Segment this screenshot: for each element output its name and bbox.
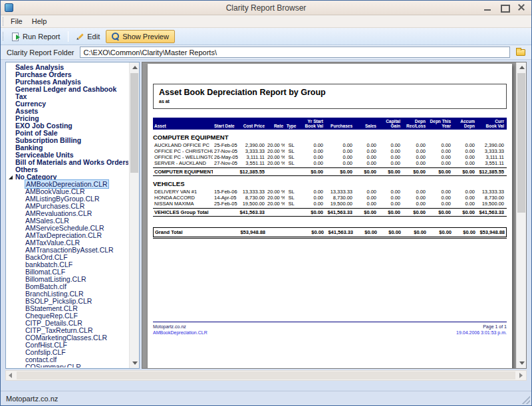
table-cell: 20.00 %	[266, 160, 285, 166]
table-cell: 8,730.00	[476, 195, 505, 201]
close-icon[interactable]	[513, 2, 529, 13]
group-total-row: VEHICLES Group Total$41,563.33$0.00$41,5…	[153, 208, 507, 217]
horizontal-scrollbar[interactable]	[5, 370, 527, 381]
table-cell: 8,730.00	[325, 195, 354, 201]
table-cell: 20.00 %	[266, 195, 285, 201]
table-cell: $0.00	[298, 209, 325, 215]
menu-file[interactable]: File	[6, 16, 27, 27]
table-cell: $0.00	[402, 169, 427, 175]
group-total-row: COMPUTER EQUIPMENT Group Total$12,385.55…	[153, 167, 507, 176]
table-cell: 3,333.33	[476, 148, 505, 154]
table-cell: COMPUTER EQUIPMENT Group Total	[153, 169, 213, 175]
run-report-button[interactable]: Run Report	[6, 30, 66, 43]
tree-scrollbar[interactable]	[129, 62, 139, 368]
table-cell: SL	[285, 142, 298, 148]
table-cell: 0.00	[298, 142, 325, 148]
run-report-icon	[12, 33, 20, 41]
table-cell	[266, 169, 285, 175]
edit-button[interactable]: Edit	[70, 30, 106, 43]
table-cell: $0.00	[452, 209, 476, 215]
report-table-header: AssetStart DateCost PriceRateTypeYr Star…	[153, 118, 507, 130]
show-preview-label: Show Preview	[122, 33, 169, 41]
column-header: Asset	[153, 124, 213, 128]
table-cell: NISSAN MAXIMA	[153, 201, 213, 207]
scroll-up-icon[interactable]	[517, 62, 527, 72]
table-cell: 14-Apr-05	[213, 195, 238, 201]
table-cell	[213, 169, 238, 175]
run-report-label: Run Report	[23, 33, 60, 41]
footer-company: Motopartz.co.nz	[153, 324, 207, 330]
scroll-down-icon[interactable]	[517, 358, 527, 368]
report-table-body: COMPUTER EQUIPMENTAUCKLAND OFFICE PC25-F…	[153, 134, 507, 237]
table-cell: 2,390.00	[476, 142, 505, 148]
asset-row: NISSAN MAXIMA25-Feb-0519,500.0020.00 %SL…	[153, 201, 507, 207]
scroll-left-icon[interactable]	[6, 371, 16, 380]
column-header: Start Date	[213, 124, 238, 128]
table-cell: $0.00	[427, 209, 452, 215]
table-cell: VEHICLES Group Total	[153, 209, 213, 215]
resize-grip-icon[interactable]	[522, 396, 530, 404]
asset-row: AUCKLAND OFFICE PC25-Feb-052,390.0020.00…	[153, 142, 507, 148]
table-cell: 0.00	[427, 142, 452, 148]
table-cell: 0.00	[452, 201, 476, 207]
table-cell: 0.00	[298, 201, 325, 207]
tree-scroll-thumb[interactable]	[130, 73, 138, 173]
report-footer-right: Page 1 of 1 19.04.2006 3:01:53 p.m.	[456, 324, 507, 336]
horizontal-scroll-thumb[interactable]	[17, 371, 515, 379]
footer-report-file: AMBookDepreciation.CLR	[153, 330, 207, 336]
table-cell	[285, 169, 298, 175]
table-cell: 3,111.11	[476, 154, 505, 160]
table-cell: 0.00	[452, 154, 476, 160]
table-cell: 3,551.11	[238, 160, 266, 166]
report-footer: Motopartz.co.nz AMBookDepreciation.CLR P…	[153, 322, 507, 336]
column-header: Cost Price	[238, 124, 266, 128]
show-preview-button[interactable]: Show Preview	[106, 30, 175, 43]
asset-row: DELIVERY VAN #115-Feb-0613,333.3320.00 %…	[153, 189, 507, 195]
table-cell	[267, 229, 285, 235]
table-cell: 0.00	[427, 160, 452, 166]
table-cell: 0.00	[402, 142, 427, 148]
menubar: File Help	[1, 15, 531, 28]
table-cell: 0.00	[298, 154, 325, 160]
column-header: Rate	[266, 124, 285, 128]
table-cell: $0.00	[354, 209, 378, 215]
scroll-up-icon[interactable]	[130, 62, 140, 72]
preview-scroll-thumb[interactable]	[517, 73, 525, 213]
table-cell: $41,563.33	[476, 209, 505, 215]
tree-file[interactable]: COSummary.CLR	[7, 363, 128, 367]
table-cell: SL	[285, 154, 298, 160]
titlebar[interactable]: Clarity Report Browser	[1, 1, 531, 15]
table-cell: 0.00	[298, 195, 325, 201]
table-cell: 0.00	[427, 201, 452, 207]
expand-arrow-icon[interactable]	[9, 175, 13, 179]
window-title: Clarity Report Browser	[1, 3, 531, 13]
table-cell: 27-Nov-05	[213, 148, 238, 154]
browse-folder-button[interactable]	[513, 47, 528, 58]
tree-file-label[interactable]: COSummary.CLR	[25, 363, 82, 367]
table-cell: $0.00	[299, 229, 325, 235]
table-cell: 2,390.00	[238, 142, 266, 148]
menu-help[interactable]: Help	[27, 16, 52, 27]
table-cell: SERVER - AUCKLAND	[153, 160, 213, 166]
grand-total-row: Grand Total$53,948.88$0.00$41,563.33$0.0…	[153, 227, 507, 237]
table-cell: 0.00	[402, 154, 427, 160]
table-cell: 0.00	[354, 189, 378, 195]
maximize-icon[interactable]	[496, 2, 513, 13]
scroll-right-icon[interactable]	[516, 371, 526, 380]
folder-icon	[516, 49, 525, 56]
table-cell: $53,948.88	[477, 229, 506, 235]
table-cell: $0.00	[298, 169, 325, 175]
minimize-icon[interactable]	[479, 2, 496, 13]
table-cell: OFFICE PC - CHRISTCHURCH	[153, 148, 213, 154]
magnifier-icon	[112, 33, 120, 41]
table-cell: 26-May-05	[213, 154, 238, 160]
scroll-down-icon[interactable]	[130, 358, 140, 368]
folder-path-field[interactable]: C:\EXO\Common\Clarity\Master Reports\	[80, 47, 510, 58]
table-cell	[285, 229, 299, 235]
table-cell: $0.00	[402, 229, 428, 235]
table-cell: 0.00	[354, 160, 378, 166]
statusbar-text: Motopartz.co.nz	[6, 395, 58, 403]
preview-scrollbar[interactable]	[516, 62, 526, 368]
table-cell: 0.00	[378, 142, 402, 148]
table-cell: HONDA ACCORD	[153, 195, 213, 201]
